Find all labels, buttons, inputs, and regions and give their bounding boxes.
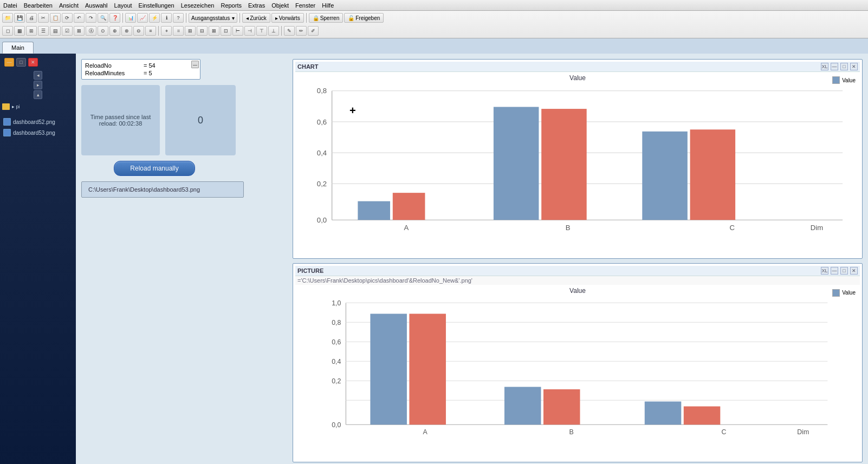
tb2-btn-23[interactable]: ⊥ — [268, 26, 279, 36]
sidebar-close-btn[interactable]: ✕ — [28, 58, 38, 67]
tb2-btn-9[interactable]: ⊙ — [98, 26, 108, 36]
toolbar-btn-4[interactable]: ✂ — [38, 13, 49, 23]
chart-top-maximize-btn[interactable]: □ — [840, 63, 848, 70]
chart-top-minimize-btn[interactable]: — — [831, 63, 838, 70]
toolbar-btn-11[interactable]: 📊 — [125, 13, 136, 23]
vorwarts-button[interactable]: ▸ Vorwärts — [271, 13, 304, 23]
menu-item-ansicht[interactable]: Ansicht — [59, 2, 79, 9]
chart-bottom-minimize-btn[interactable]: — — [831, 267, 838, 275]
tb2-btn-26[interactable]: ✐ — [308, 26, 319, 36]
tb2-btn-21[interactable]: ⊣ — [244, 26, 255, 36]
chart-top-value-label: Value — [300, 74, 856, 82]
tb2-btn-12[interactable]: ⊖ — [133, 26, 144, 36]
toolbar-btn-7[interactable]: ↶ — [74, 13, 85, 23]
chart-bottom-close-btn[interactable]: ✕ — [850, 267, 858, 275]
svg-text:0,4: 0,4 — [332, 357, 341, 365]
svg-text:A: A — [423, 428, 428, 436]
tb2-btn-10[interactable]: ⊕ — [109, 26, 120, 36]
toolbar-btn-1[interactable]: 📁 — [2, 13, 13, 23]
data-box-close-btn[interactable]: — — [191, 61, 199, 68]
tb2-btn-11[interactable]: ⊗ — [121, 26, 132, 36]
toolbar-btn-9[interactable]: 🔍 — [98, 13, 108, 23]
toolbar-btn-12[interactable]: 📈 — [137, 13, 148, 23]
reload-manually-button[interactable]: Reload manually — [114, 161, 195, 176]
tab-main[interactable]: Main — [2, 42, 34, 54]
menu-item-bearbeiten[interactable]: Bearbeiten — [24, 2, 53, 9]
tb2-btn-6[interactable]: ☑ — [62, 26, 73, 36]
sidebar-maximize-btn[interactable]: □ — [16, 58, 26, 67]
toolbar-btn-8[interactable]: ↷ — [86, 13, 96, 23]
ausgangsstatus-dropdown[interactable]: Ausgangsstatus ▾ — [189, 13, 237, 23]
tb2-btn-5[interactable]: ▤ — [50, 26, 61, 36]
tb2-btn-7[interactable]: ⊠ — [74, 26, 85, 36]
toolbar-btn-13[interactable]: ⚡ — [149, 13, 160, 23]
chart-top-title: CHART — [297, 63, 319, 70]
tb2-btn-18[interactable]: ⊠ — [209, 26, 219, 36]
tb2-btn-25[interactable]: ✏ — [296, 26, 307, 36]
sidebar-file-item-1[interactable]: dashboard52.png — [2, 117, 74, 126]
menu-item-datei[interactable]: Datei — [3, 2, 17, 9]
menu-item-hilfe[interactable]: Hilfe — [322, 2, 334, 9]
zuruck-button[interactable]: ◂ Zurück — [242, 13, 270, 23]
toolbar-sep-3 — [239, 13, 240, 23]
menu-item-objekt[interactable]: Objekt — [271, 2, 289, 9]
data-box: — ReloadNo = 54 ReloadMinutes = 5 — [81, 59, 200, 80]
ausgangsstatus-arrow: ▾ — [232, 15, 235, 21]
menu-item-lesezeichen[interactable]: Lesezeichen — [181, 2, 215, 9]
tb2-btn-24[interactable]: ✎ — [284, 26, 295, 36]
menu-item-auswahl[interactable]: Auswahl — [85, 2, 108, 9]
file-icon-1 — [3, 118, 11, 126]
tb2-btn-19[interactable]: ⊡ — [221, 26, 231, 36]
toolbar-btn-15[interactable]: ? — [173, 13, 184, 23]
sperren-button[interactable]: 🔒 Sperren — [309, 13, 344, 23]
tb2-btn-15[interactable]: ⌗ — [173, 26, 184, 36]
tb2-btn-16[interactable]: ⊞ — [185, 26, 196, 36]
main-content: — □ ✕ ◂ ▸ ▴ ▸ pi dashboard52.png dashboa… — [0, 54, 868, 464]
chart-bottom-value-label: Value — [300, 287, 856, 295]
sidebar-file-item-2[interactable]: dashboard53.png — [2, 128, 74, 137]
svg-rect-36 — [409, 313, 446, 424]
counter-value: 0 — [198, 115, 203, 126]
sidebar-file-label-1: dashboard52.png — [13, 119, 55, 125]
freigeben-button[interactable]: 🔓 Freigeben — [344, 13, 384, 23]
toolbar-btn-10[interactable]: ❓ — [109, 13, 120, 23]
chart-bottom-xl-btn[interactable]: XL — [821, 267, 828, 275]
chart-top-legend: Value — [832, 76, 856, 84]
tb2-btn-3[interactable]: ⊞ — [26, 26, 37, 36]
chart-top-close-btn[interactable]: ✕ — [850, 63, 858, 70]
sidebar-forward-btn[interactable]: ▸ — [34, 81, 42, 89]
sidebar-window-controls: — □ ✕ — [0, 56, 76, 69]
sidebar-minimize-btn[interactable]: — — [4, 58, 14, 67]
tb2-btn-8[interactable]: Ⓐ — [86, 26, 96, 36]
chart-top-xl-btn[interactable]: XL — [821, 63, 828, 70]
tb2-btn-14[interactable]: ⌖ — [161, 26, 172, 36]
toolbar-btn-6[interactable]: ⟳ — [62, 13, 73, 23]
sidebar-up-btn[interactable]: ▴ — [34, 90, 42, 99]
chart-top-controls: XL — □ ✕ — [821, 63, 858, 70]
toolbar-btn-3[interactable]: 🖨 — [26, 13, 37, 23]
menu-item-fenster[interactable]: Fenster — [295, 2, 315, 9]
tb2-btn-4[interactable]: ☰ — [38, 26, 49, 36]
chart-bottom-maximize-btn[interactable]: □ — [840, 267, 848, 275]
svg-text:0,6: 0,6 — [332, 338, 341, 345]
toolbar-sep-5 — [158, 26, 159, 36]
sidebar-back-btn[interactable]: ◂ — [34, 71, 42, 80]
menu-item-reports[interactable]: Reports — [221, 2, 242, 9]
menu-item-einstellungen[interactable]: Einstellungen — [139, 2, 174, 9]
toolbar-btn-2[interactable]: 💾 — [14, 13, 25, 23]
tb2-btn-17[interactable]: ⊟ — [197, 26, 208, 36]
folder-icon — [2, 103, 10, 110]
tb2-btn-13[interactable]: ≡ — [145, 26, 156, 36]
data-row-reloadminutes: ReloadMinutes = 5 — [84, 69, 198, 77]
tb2-btn-22[interactable]: ⊤ — [256, 26, 267, 36]
toolbar-btn-5[interactable]: 📋 — [50, 13, 61, 23]
tb2-btn-2[interactable]: ▦ — [14, 26, 25, 36]
tb2-btn-20[interactable]: ⊢ — [232, 26, 243, 36]
menu-item-extras[interactable]: Extras — [248, 2, 265, 9]
menu-item-layout[interactable]: Layout — [114, 2, 132, 9]
chart-bottom-subheader: ='C:\Users\Frank\Desktop\pics\dashboard'… — [295, 276, 860, 285]
toolbar-sep-2 — [186, 13, 186, 23]
toolbar-btn-14[interactable]: ℹ — [161, 13, 172, 23]
tb2-btn-1[interactable]: ◻ — [2, 26, 13, 36]
svg-text:C: C — [729, 224, 734, 232]
